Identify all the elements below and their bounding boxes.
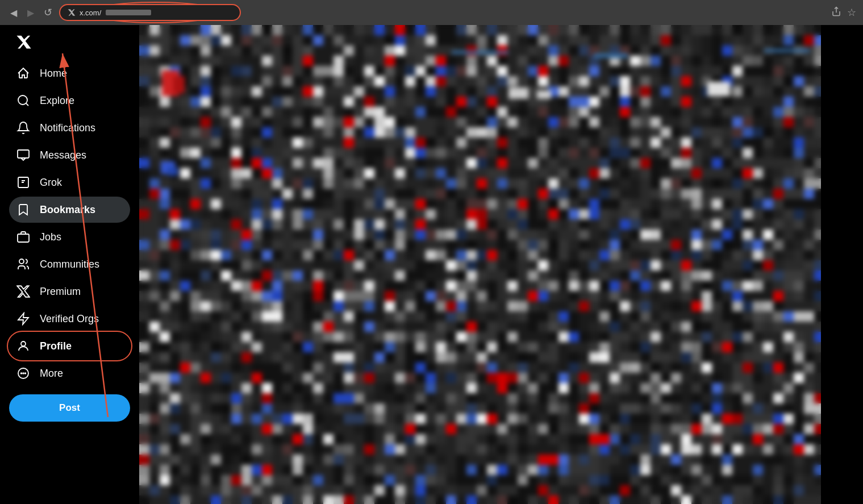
sidebar-item-notifications[interactable]: Notifications bbox=[9, 115, 130, 141]
browser-chrome: ◀ ▶ ↺ x.com/ ☆ bbox=[0, 0, 863, 25]
x-logo[interactable] bbox=[9, 30, 130, 57]
url-text: x.com/ bbox=[80, 9, 101, 17]
svg-point-8 bbox=[21, 373, 22, 374]
svg-point-10 bbox=[25, 373, 26, 374]
svg-point-9 bbox=[23, 373, 24, 374]
share-icon[interactable] bbox=[831, 6, 841, 19]
svg-rect-3 bbox=[18, 234, 29, 242]
grok-icon bbox=[16, 175, 31, 190]
jobs-label: Jobs bbox=[40, 231, 61, 243]
communities-icon bbox=[16, 257, 31, 272]
home-label: Home bbox=[40, 68, 67, 80]
communities-label: Communities bbox=[40, 259, 99, 270]
forward-button[interactable]: ▶ bbox=[24, 6, 37, 19]
sidebar-item-explore[interactable]: Explore bbox=[9, 88, 130, 114]
sidebar: Home Explore Notifications Messages bbox=[0, 25, 139, 504]
main-content bbox=[139, 25, 863, 504]
more-label: More bbox=[40, 368, 63, 380]
sidebar-item-messages[interactable]: Messages bbox=[9, 142, 130, 168]
messages-label: Messages bbox=[40, 149, 86, 161]
reload-button[interactable]: ↺ bbox=[41, 6, 55, 19]
profile-label: Profile bbox=[40, 340, 72, 352]
verified-orgs-icon bbox=[16, 311, 31, 326]
svg-point-0 bbox=[18, 95, 27, 105]
sidebar-item-home[interactable]: Home bbox=[9, 60, 130, 86]
url-redacted-portion bbox=[106, 10, 151, 15]
grok-label: Grok bbox=[40, 177, 62, 189]
sidebar-item-more[interactable]: More bbox=[9, 360, 130, 386]
address-bar[interactable]: x.com/ bbox=[59, 4, 241, 21]
bookmarks-icon bbox=[16, 202, 31, 217]
browser-right-icons[interactable]: ☆ bbox=[831, 6, 856, 19]
home-icon bbox=[16, 66, 31, 81]
bookmark-star-icon[interactable]: ☆ bbox=[847, 6, 856, 19]
messages-icon bbox=[16, 148, 31, 163]
sidebar-item-bookmarks[interactable]: Bookmarks bbox=[9, 197, 130, 223]
browser-nav-buttons[interactable]: ◀ ▶ ↺ bbox=[7, 6, 55, 19]
sidebar-item-grok[interactable]: Grok bbox=[9, 169, 130, 195]
main-layout: Home Explore Notifications Messages bbox=[0, 25, 863, 504]
sidebar-item-profile[interactable]: Profile bbox=[9, 333, 130, 359]
svg-marker-5 bbox=[18, 313, 28, 324]
profile-icon bbox=[16, 339, 31, 353]
explore-label: Explore bbox=[40, 95, 74, 107]
sidebar-item-communities[interactable]: Communities bbox=[9, 251, 130, 277]
sidebar-item-jobs[interactable]: Jobs bbox=[9, 224, 130, 250]
svg-point-4 bbox=[19, 259, 24, 264]
post-button[interactable]: Post bbox=[9, 394, 130, 422]
jobs-icon bbox=[16, 230, 31, 244]
explore-icon bbox=[16, 93, 31, 108]
notifications-icon bbox=[16, 120, 31, 135]
bookmarks-label: Bookmarks bbox=[40, 204, 95, 216]
back-button[interactable]: ◀ bbox=[7, 6, 20, 19]
svg-rect-1 bbox=[18, 150, 29, 158]
verified-orgs-label: Verified Orgs bbox=[40, 313, 99, 325]
premium-icon bbox=[16, 284, 31, 299]
sidebar-item-verified-orgs[interactable]: Verified Orgs bbox=[9, 306, 130, 332]
sidebar-item-premium[interactable]: Premium bbox=[9, 278, 130, 305]
more-icon bbox=[16, 366, 31, 381]
premium-label: Premium bbox=[40, 286, 81, 298]
notifications-label: Notifications bbox=[40, 122, 95, 134]
site-favicon bbox=[67, 8, 76, 17]
svg-point-6 bbox=[21, 341, 26, 346]
